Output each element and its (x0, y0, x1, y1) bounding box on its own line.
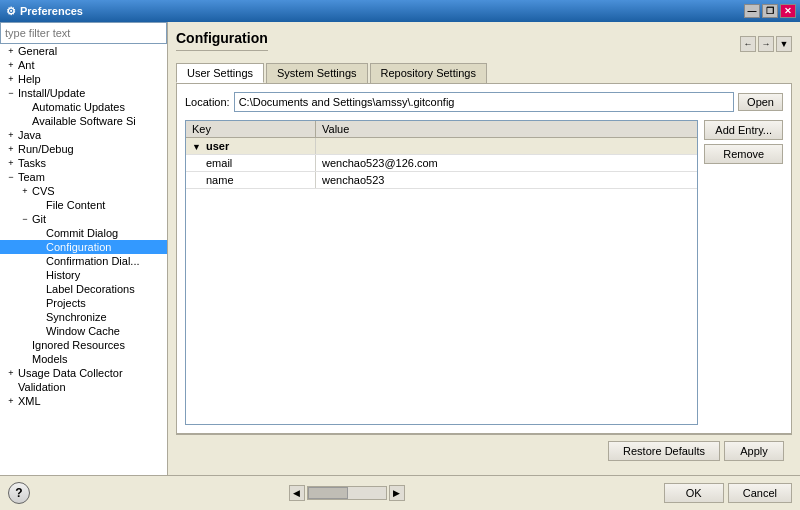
sidebar-item-models[interactable]: Models (0, 352, 167, 366)
sidebar-item-label: Window Cache (46, 325, 120, 337)
nav-back-button[interactable]: ← (740, 36, 756, 52)
sidebar-item-general[interactable]: + General (0, 44, 167, 58)
close-button[interactable]: ✕ (780, 4, 796, 18)
table-area: Key Value ▼ user (185, 120, 783, 425)
tab-system-settings[interactable]: System Settings (266, 63, 367, 83)
expand-icon: + (4, 368, 18, 378)
sidebar-item-git[interactable]: − Git (0, 212, 167, 226)
sidebar-item-automatic-updates[interactable]: Automatic Updates (0, 100, 167, 114)
scroll-track[interactable] (307, 486, 387, 500)
sidebar-item-cvs[interactable]: + CVS (0, 184, 167, 198)
cancel-button[interactable]: Cancel (728, 483, 792, 503)
nav-menu-button[interactable]: ▼ (776, 36, 792, 52)
side-buttons: Add Entry... Remove (704, 120, 783, 425)
sidebar-item-label: Models (32, 353, 67, 365)
sidebar-item-team[interactable]: − Team (0, 170, 167, 184)
sidebar-item-label: History (46, 269, 80, 281)
scrollbar-area: ◀ ▶ (289, 485, 405, 501)
tab-label: User Settings (187, 67, 253, 79)
scroll-left-button[interactable]: ◀ (289, 485, 305, 501)
sidebar-item-label: Available Software Si (32, 115, 136, 127)
tab-user-settings[interactable]: User Settings (176, 63, 264, 83)
table-header: Key Value (186, 121, 697, 138)
expand-icon: + (4, 396, 18, 406)
sidebar-item-tasks[interactable]: + Tasks (0, 156, 167, 170)
nav-forward-button[interactable]: → (758, 36, 774, 52)
remove-button[interactable]: Remove (704, 144, 783, 164)
title-controls: — ❐ ✕ (744, 4, 796, 18)
sidebar-item-validation[interactable]: Validation (0, 380, 167, 394)
sidebar-item-xml[interactable]: + XML (0, 394, 167, 408)
expand-icon: − (4, 88, 18, 98)
group-name: user (206, 140, 229, 152)
sidebar-item-configuration[interactable]: Configuration (0, 240, 167, 254)
tab-repository-settings[interactable]: Repository Settings (370, 63, 487, 83)
sidebar: + General + Ant + Help − Install/Update … (0, 22, 168, 475)
sidebar-item-java[interactable]: + Java (0, 128, 167, 142)
sidebar-item-label: Validation (18, 381, 66, 393)
sidebar-item-projects[interactable]: Projects (0, 296, 167, 310)
sidebar-item-usage-data-collector[interactable]: + Usage Data Collector (0, 366, 167, 380)
sidebar-item-run-debug[interactable]: + Run/Debug (0, 142, 167, 156)
sidebar-item-label: XML (18, 395, 41, 407)
sidebar-item-available-software[interactable]: Available Software Si (0, 114, 167, 128)
sidebar-item-ant[interactable]: + Ant (0, 58, 167, 72)
table-row[interactable]: email wenchao523@126.com (186, 155, 697, 172)
right-panel: Configuration ← → ▼ User Settings System… (168, 22, 800, 475)
expand-icon: − (4, 172, 18, 182)
group-value (316, 138, 697, 154)
sidebar-item-label: Usage Data Collector (18, 367, 123, 379)
sidebar-item-confirmation-dial[interactable]: Confirmation Dial... (0, 254, 167, 268)
action-bar: ? ◀ ▶ OK Cancel (0, 475, 800, 510)
sidebar-item-label: Ignored Resources (32, 339, 125, 351)
tab-label: System Settings (277, 67, 356, 79)
table-row[interactable]: ▼ user (186, 138, 697, 155)
entry-key: name (186, 172, 316, 188)
location-label: Location: (185, 96, 230, 108)
sidebar-item-label: Install/Update (18, 87, 85, 99)
sidebar-item-label: Commit Dialog (46, 227, 118, 239)
panel-nav: ← → ▼ (740, 36, 792, 52)
expand-icon: ▼ (192, 142, 201, 152)
expand-icon: + (4, 158, 18, 168)
scroll-right-button[interactable]: ▶ (389, 485, 405, 501)
ok-button[interactable]: OK (664, 483, 724, 503)
location-row: Location: Open (185, 92, 783, 112)
sidebar-item-label: Run/Debug (18, 143, 74, 155)
table-row[interactable]: name wenchao523 (186, 172, 697, 189)
location-input[interactable] (234, 92, 734, 112)
sidebar-item-label: CVS (32, 185, 55, 197)
expand-icon: − (18, 214, 32, 224)
add-entry-button[interactable]: Add Entry... (704, 120, 783, 140)
sidebar-item-label-decorations[interactable]: Label Decorations (0, 282, 167, 296)
sidebar-item-help[interactable]: + Help (0, 72, 167, 86)
sidebar-item-file-content[interactable]: File Content (0, 198, 167, 212)
help-button[interactable]: ? (8, 482, 30, 504)
sidebar-item-label: General (18, 45, 57, 57)
expand-icon: + (4, 144, 18, 154)
sidebar-item-synchronize[interactable]: Synchronize (0, 310, 167, 324)
sidebar-item-install-update[interactable]: − Install/Update (0, 86, 167, 100)
sidebar-item-label: File Content (46, 199, 105, 211)
sidebar-item-label: Git (32, 213, 46, 225)
minimize-button[interactable]: — (744, 4, 760, 18)
open-button[interactable]: Open (738, 93, 783, 111)
sidebar-item-window-cache[interactable]: Window Cache (0, 324, 167, 338)
expand-icon: + (4, 74, 18, 84)
restore-defaults-button[interactable]: Restore Defaults (608, 441, 720, 461)
config-table: Key Value ▼ user (185, 120, 698, 425)
expand-icon: + (4, 46, 18, 56)
sidebar-item-ignored-resources[interactable]: Ignored Resources (0, 338, 167, 352)
sidebar-item-history[interactable]: History (0, 268, 167, 282)
panel-title: Configuration (176, 30, 268, 51)
main-container: + General + Ant + Help − Install/Update … (0, 22, 800, 510)
apply-button[interactable]: Apply (724, 441, 784, 461)
restore-button[interactable]: ❐ (762, 4, 778, 18)
filter-input[interactable] (0, 22, 167, 44)
scroll-thumb (308, 487, 348, 499)
window-title: Preferences (20, 5, 83, 17)
sidebar-item-commit-dialog[interactable]: Commit Dialog (0, 226, 167, 240)
expand-icon: + (18, 186, 32, 196)
sidebar-item-label: Team (18, 171, 45, 183)
sidebar-item-label: Projects (46, 297, 86, 309)
